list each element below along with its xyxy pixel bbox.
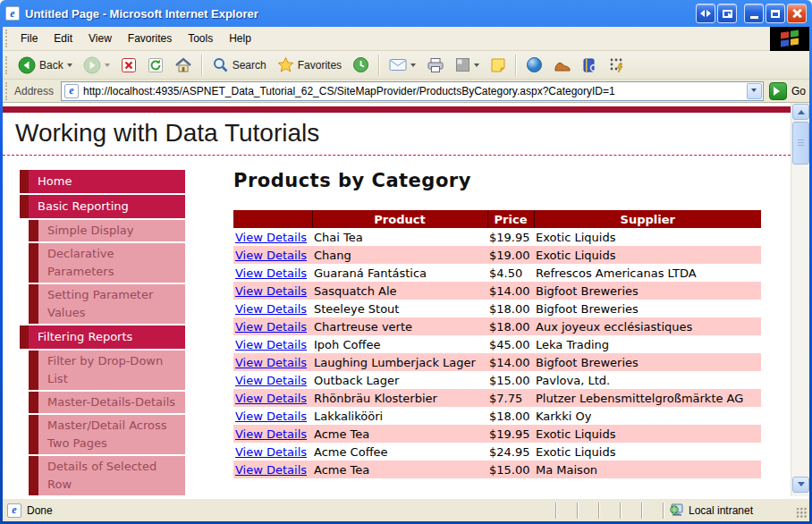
stop-button[interactable]	[115, 55, 142, 76]
supplier-cell: Refrescos Americanas LTDA	[534, 264, 761, 282]
view-details-link[interactable]: View Details	[235, 284, 307, 298]
product-cell: Laughing Lumberjack Lager	[312, 353, 487, 371]
sidebar-item-filtering-reports[interactable]: Filtering Reports	[20, 325, 185, 349]
nav-indent	[20, 220, 29, 241]
back-dropdown-icon[interactable]	[67, 63, 72, 70]
forward-button[interactable]	[78, 54, 115, 77]
sidebar-item-declarative-parameters[interactable]: Declarative Parameters	[20, 243, 185, 283]
view-details-link[interactable]: View Details	[235, 302, 307, 316]
sidebar-item-master-details-details[interactable]: Master-Details-Details	[20, 392, 185, 413]
menu-item-tools[interactable]: Tools	[180, 29, 221, 48]
nav-item-label[interactable]: Declarative Parameters	[38, 243, 185, 283]
toolbar-grip[interactable]	[5, 56, 9, 74]
stop-icon	[121, 57, 137, 73]
nav-item-label[interactable]: Simple Display	[38, 220, 185, 241]
mail-dropdown-icon[interactable]	[410, 63, 416, 70]
addon-grid-button[interactable]	[604, 55, 630, 76]
menu-item-help[interactable]: Help	[221, 29, 259, 48]
menubar-grip[interactable]	[5, 30, 9, 47]
print-icon	[427, 57, 444, 73]
scroll-down-button[interactable]	[792, 477, 809, 493]
supplier-cell: Pavlova, Ltd.	[534, 371, 761, 389]
menu-item-view[interactable]: View	[80, 29, 120, 48]
supplier-cell: Plutzer Lebensmittelgroßmärkte AG	[534, 389, 761, 407]
go-button[interactable]: Go	[769, 82, 806, 100]
nav-item-label[interactable]: Setting Parameter Values	[38, 284, 185, 324]
favorites-star-icon	[277, 56, 294, 73]
close-button[interactable]	[787, 4, 807, 23]
nav-item-label[interactable]: Home	[29, 170, 185, 193]
table-row: View DetailsRhönbräu Klosterbier$7.75Plu…	[233, 389, 761, 407]
monitor-switch-button[interactable]	[696, 4, 715, 23]
view-details-link[interactable]: View Details	[235, 338, 307, 351]
research-button[interactable]	[577, 55, 604, 76]
nav-item-label[interactable]: Master-Details-Details	[38, 392, 185, 413]
discuss-button[interactable]	[485, 55, 512, 76]
research-book-icon	[582, 57, 598, 73]
refresh-button[interactable]	[142, 55, 169, 76]
sidebar-item-details-of-selected-row[interactable]: Details of Selected Row	[20, 456, 185, 495]
sidebar-item-master-detail-across-two-pages[interactable]: Master/Detail Across Two Pages	[20, 415, 185, 454]
view-details-link[interactable]: View Details	[235, 231, 307, 244]
supplier-cell: Karkki Oy	[534, 407, 761, 425]
messenger-button[interactable]	[520, 54, 548, 76]
sidebar-item-setting-parameter-values[interactable]: Setting Parameter Values	[20, 284, 185, 324]
view-details-link[interactable]: View Details	[235, 356, 307, 369]
sidebar-item-home[interactable]: Home	[20, 170, 185, 193]
site-title: Working with Data Tutorials	[3, 113, 791, 156]
scroll-thumb[interactable]	[792, 122, 809, 165]
home-button[interactable]	[169, 55, 198, 76]
print-button[interactable]	[421, 55, 450, 76]
resize-grip[interactable]	[796, 507, 808, 519]
favorites-button[interactable]: Favorites	[272, 54, 347, 76]
addon-shoe-button[interactable]	[548, 55, 577, 75]
view-details-link[interactable]: View Details	[235, 320, 307, 334]
menu-item-file[interactable]: File	[13, 29, 46, 48]
edit-button[interactable]	[450, 55, 485, 75]
sidebar-item-basic-reporting[interactable]: Basic Reporting	[20, 195, 185, 218]
view-details-link[interactable]: View Details	[235, 374, 307, 387]
popout-button[interactable]	[717, 4, 737, 23]
nav-item-label[interactable]: Master/Detail Across Two Pages	[38, 415, 185, 454]
view-details-link[interactable]: View Details	[235, 249, 307, 262]
menu-item-edit[interactable]: Edit	[46, 29, 80, 48]
maximize-button[interactable]	[765, 4, 785, 23]
address-input[interactable]: e http://localhost:4935/ASPNET_Data_Tuto…	[61, 81, 764, 101]
status-pane	[620, 503, 641, 519]
forward-dropdown-icon[interactable]	[105, 63, 110, 70]
price-cell: $24.95	[487, 443, 534, 461]
menubar: FileEditViewFavoritesToolsHelp	[3, 27, 809, 51]
security-zone-pane: Local intranet	[663, 503, 792, 519]
view-details-link[interactable]: View Details	[235, 392, 307, 405]
supplier-cell: Ma Maison	[534, 461, 761, 478]
vertical-scrollbar[interactable]	[791, 103, 809, 496]
nav-item-label[interactable]: Filter by Drop-Down List	[38, 351, 185, 390]
minimize-icon	[750, 16, 758, 19]
nav-item-label[interactable]: Details of Selected Row	[38, 456, 185, 495]
table-row: View DetailsChartreuse verte$18.00Aux jo…	[233, 317, 761, 335]
nav-item-label[interactable]: Filtering Reports	[29, 325, 185, 349]
view-details-link[interactable]: View Details	[235, 463, 307, 477]
mail-button[interactable]	[384, 55, 421, 74]
view-details-link[interactable]: View Details	[235, 445, 307, 459]
address-dropdown-button[interactable]	[747, 83, 762, 99]
nav-item-label[interactable]: Basic Reporting	[29, 195, 185, 218]
table-row: View DetailsSasquatch Ale$14.00Bigfoot B…	[233, 282, 761, 300]
minimize-button[interactable]	[744, 4, 764, 23]
table-row: View DetailsSteeleye Stout$18.00Bigfoot …	[233, 300, 761, 317]
sidebar-item-simple-display[interactable]: Simple Display	[20, 220, 185, 241]
view-details-link[interactable]: View Details	[235, 410, 307, 423]
messenger-icon	[526, 56, 543, 73]
view-details-link[interactable]: View Details	[235, 427, 307, 441]
history-button[interactable]	[347, 54, 375, 76]
back-button[interactable]: Back	[13, 54, 78, 77]
view-details-link[interactable]: View Details	[235, 266, 307, 280]
nav-indent	[20, 392, 29, 413]
scroll-up-button[interactable]	[792, 104, 809, 120]
edit-dropdown-icon[interactable]	[474, 63, 479, 70]
menu-item-favorites[interactable]: Favorites	[120, 29, 180, 48]
search-button[interactable]: Search	[207, 54, 272, 76]
addressbar-grip[interactable]	[5, 82, 9, 100]
window-title: Untitled Page - Microsoft Internet Explo…	[25, 7, 696, 21]
sidebar-item-filter-by-drop-down-list[interactable]: Filter by Drop-Down List	[20, 351, 185, 390]
